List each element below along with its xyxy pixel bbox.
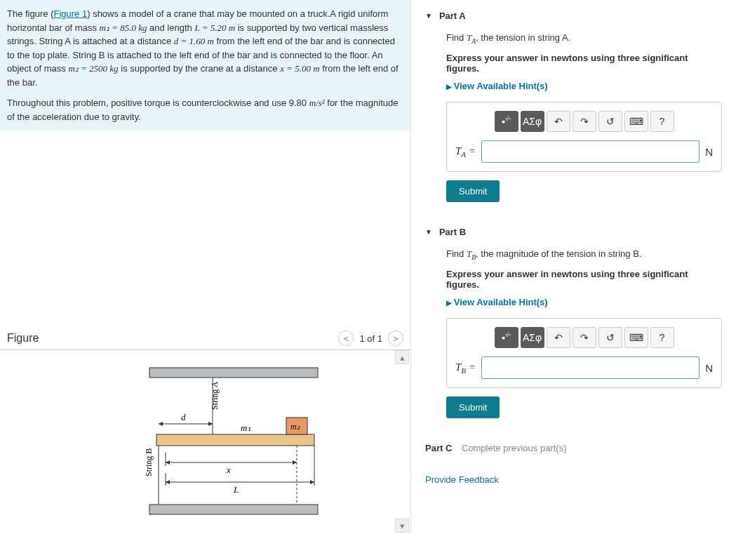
scroll-down-button[interactable]: ▾ xyxy=(395,519,409,533)
undo-button[interactable]: ↶ xyxy=(547,327,570,348)
part-a-variable-label: TA = xyxy=(455,145,476,159)
problem-description: The figure (Figure 1) shows a model of a… xyxy=(0,0,410,131)
help-button[interactable]: ? xyxy=(650,327,674,348)
part-b-header[interactable]: ▼ Part B xyxy=(425,227,722,237)
figure-prev-button[interactable]: < xyxy=(338,331,354,346)
keyboard-button[interactable]: ⌨ xyxy=(624,111,648,132)
svg-rect-0 xyxy=(149,368,318,378)
svg-text:x: x xyxy=(226,465,231,475)
chevron-down-icon: ▼ xyxy=(425,228,432,236)
figure-counter: 1 of 1 xyxy=(359,333,382,344)
part-a-express: Express your answer in newtons using thr… xyxy=(446,53,722,74)
svg-marker-22 xyxy=(310,480,314,484)
svg-marker-21 xyxy=(166,480,170,484)
part-a-hints-link[interactable]: View Available Hint(s) xyxy=(446,81,548,91)
template-button[interactable]: ▪√▫ xyxy=(495,327,518,348)
keyboard-button[interactable]: ⌨ xyxy=(624,327,648,348)
provide-feedback-link[interactable]: Provide Feedback xyxy=(411,464,513,495)
reset-button[interactable]: ↺ xyxy=(598,327,622,348)
svg-text:String A: String A xyxy=(210,381,220,410)
figure-body: ▴ String A m₁ m₂ xyxy=(0,350,410,533)
greek-button[interactable]: ΑΣφ xyxy=(521,111,544,132)
scroll-up-button[interactable]: ▴ xyxy=(395,350,409,364)
greek-button[interactable]: ΑΣφ xyxy=(521,327,544,348)
svg-marker-16 xyxy=(166,460,170,465)
svg-text:String B: String B xyxy=(144,448,154,476)
svg-rect-1 xyxy=(149,505,318,514)
help-button[interactable]: ? xyxy=(650,111,674,132)
part-a-answer-input[interactable] xyxy=(481,140,700,163)
part-b-answer-box: ▪√▫ ΑΣφ ↶ ↷ ↺ ⌨ ? TB = N xyxy=(446,318,722,388)
svg-marker-17 xyxy=(293,460,297,465)
part-c-row: Part C Complete previous part(s) xyxy=(411,432,736,464)
crane-figure: String A m₁ m₂ String B d xyxy=(90,364,321,519)
figure-link[interactable]: Figure 1 xyxy=(53,8,87,19)
svg-text:d: d xyxy=(181,412,186,422)
part-b-express: Express your answer in newtons using thr… xyxy=(446,269,722,290)
svg-text:L: L xyxy=(233,484,239,495)
svg-rect-4 xyxy=(156,434,314,446)
part-a-instruction: Find TA, the tension in string A. xyxy=(446,32,722,46)
part-a-answer-box: ▪√▫ ΑΣφ ↶ ↷ ↺ ⌨ ? TA = N xyxy=(446,102,722,172)
part-a-submit-button[interactable]: Submit xyxy=(446,180,500,202)
part-a-unit: N xyxy=(705,146,713,158)
part-b-submit-button[interactable]: Submit xyxy=(446,396,500,418)
part-b-answer-input[interactable] xyxy=(481,356,700,379)
chevron-down-icon: ▼ xyxy=(425,12,432,20)
svg-text:m₂: m₂ xyxy=(290,422,301,432)
redo-button[interactable]: ↷ xyxy=(573,327,596,348)
part-a-header[interactable]: ▼ Part A xyxy=(425,11,722,21)
part-b-instruction: Find TB, the magnitude of the tension in… xyxy=(446,248,722,262)
svg-marker-12 xyxy=(159,422,163,426)
figure-next-button[interactable]: > xyxy=(388,331,403,346)
part-b-hints-link[interactable]: View Available Hint(s) xyxy=(446,297,548,307)
undo-button[interactable]: ↶ xyxy=(547,111,570,132)
part-b-variable-label: TB = xyxy=(455,361,476,375)
redo-button[interactable]: ↷ xyxy=(573,111,596,132)
reset-button[interactable]: ↺ xyxy=(598,111,622,132)
svg-text:m₁: m₁ xyxy=(241,422,251,433)
figure-title: Figure xyxy=(7,332,39,345)
part-b-unit: N xyxy=(705,362,713,374)
svg-marker-13 xyxy=(208,422,213,426)
template-button[interactable]: ▪√▫ xyxy=(495,111,518,132)
